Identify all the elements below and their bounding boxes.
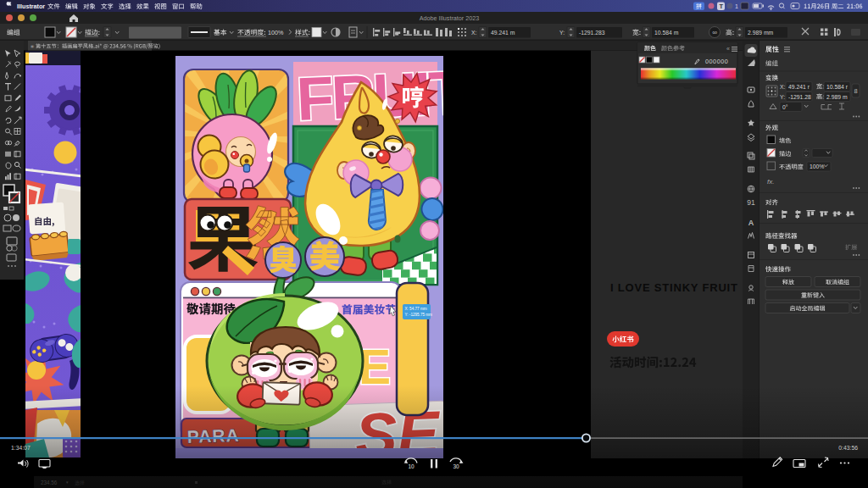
svg-text:∞: ∞ [712,29,717,36]
svg-text:T: T [720,3,724,10]
svg-text:fx.: fx. [767,178,774,186]
svg-text:0°: 0° [782,104,788,110]
svg-text:Y:: Y: [559,30,565,36]
svg-text:-1291.28: -1291.28 [788,94,811,100]
svg-text:Y:: Y: [780,94,785,100]
svg-text:49.241 r: 49.241 r [788,84,810,90]
svg-text:100%: 100% [810,164,824,169]
svg-text:2.989 mm: 2.989 mm [748,30,774,36]
svg-text:30: 30 [453,463,459,469]
svg-text:2.989 m: 2.989 m [826,94,848,100]
svg-text:10: 10 [408,463,415,469]
svg-text:8: 8 [854,87,857,95]
svg-text:91: 91 [747,198,755,207]
svg-text:000000: 000000 [705,58,728,65]
svg-text:X: 54.77 mm: X: 54.77 mm [405,307,427,311]
svg-text:Y: -1295.75 mm: Y: -1295.75 mm [405,313,433,317]
svg-text:1: 1 [735,3,738,9]
svg-text:Illustrator: Illustrator [17,3,45,10]
svg-text:1:34:07: 1:34:07 [11,445,31,451]
svg-text:Adobe Illustrator 2023: Adobe Illustrator 2023 [420,14,479,22]
svg-text:10.584 m: 10.584 m [654,30,679,36]
svg-text:X:: X: [780,84,786,90]
svg-text:-1291.283: -1291.283 [579,30,605,36]
svg-text:I LOVE STINKY FRUIT: I LOVE STINKY FRUIT [610,281,738,294]
svg-text:0:43:56: 0:43:56 [838,445,858,451]
svg-text:100%: 100% [268,29,284,36]
svg-text:X:: X: [471,30,477,36]
svg-text:«: « [726,46,730,52]
svg-text:49.241 m: 49.241 m [491,30,515,36]
svg-text:10.584 r: 10.584 r [826,84,849,90]
svg-text:✳: ✳ [31,44,35,49]
svg-text:A: A [748,219,754,227]
